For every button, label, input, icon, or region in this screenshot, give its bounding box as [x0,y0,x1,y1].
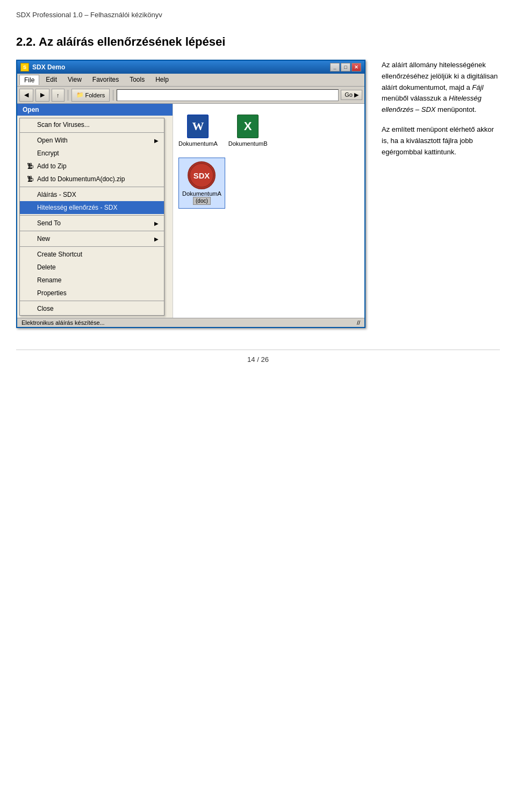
section-title: 2.2. Az aláírás ellenőrzésének lépései [16,35,500,49]
menu-help[interactable]: Help [151,75,173,85]
folders-button[interactable]: 📁 Folders [71,89,110,102]
dokumentumb-label: DokumentumB [228,140,268,147]
ctx-close[interactable]: Close [20,302,164,315]
description-text: Az aláírt állomány hitelességének ellenő… [376,60,500,166]
toolbar-separator-1 [68,90,68,101]
sdx-demo-window: S SDX Demo _ □ ✕ File Edit View Favorite… [16,60,366,328]
properties-icon [25,289,35,297]
ctx-sep-5 [20,246,164,247]
sdx-svg: SDX [189,161,214,189]
file-icon-dokumentumb[interactable]: X DokumentumB [228,115,268,147]
window-titlebar: S SDX Demo _ □ ✕ [17,61,364,74]
ctx-encrypt[interactable]: Encrypt [20,147,164,160]
maximize-button[interactable]: □ [341,63,350,72]
file-icon-dokumentuma[interactable]: W DokumentumA [178,115,218,147]
submenu-arrow-send-to: ▶ [154,220,159,226]
send-icon [25,219,35,227]
up-button[interactable]: ↑ [52,89,64,102]
scan-icon [25,120,35,129]
ctx-add-dokumentuma-zip[interactable]: 🗜 Add to DokumentumA(doc).zip [20,173,164,186]
window-menubar: File Edit View Favorites Tools Help [17,74,364,87]
ctx-sep-1 [20,132,164,133]
folders-icon: 📁 [76,91,84,98]
ctx-hitelesseg-sdx[interactable]: Hitelesség ellenőrzés - SDX [20,201,164,214]
verify-icon [25,203,35,212]
word-icon-img: W [186,115,210,138]
ctx-sep-3 [20,215,164,216]
new-icon [25,234,35,243]
submenu-arrow-new: ▶ [154,236,159,242]
window-statusbar: Elektronikus aláírás készítése... // [17,318,364,327]
encrypt-icon [25,149,35,158]
ctx-scan-viruses[interactable]: Scan for Viruses... [20,118,164,131]
menu-favorites[interactable]: Favorites [88,75,123,85]
sdx-file-sublabel: (doc) [193,197,211,205]
menu-view[interactable]: View [63,75,86,85]
ctx-alaiiras-sdx[interactable]: Aláírás - SDX [20,188,164,201]
sdx-icon: SDX [188,161,216,189]
ctx-properties[interactable]: Properties [20,287,164,300]
ctx-sep-6 [20,301,164,301]
excel-icon-img: X [236,115,260,138]
content-area: S SDX Demo _ □ ✕ File Edit View Favorite… [16,60,500,328]
ctx-sep-2 [20,187,164,187]
forward-button[interactable]: ▶ [35,89,49,102]
submenu-arrow-open-with: ▶ [154,138,159,144]
page-footer: 14 / 26 [16,350,500,364]
minimize-button[interactable]: _ [330,63,340,72]
description-paragraph-2: Az említett menüpont elérhető akkor is, … [382,124,500,158]
word-icon: W [187,115,209,138]
page-header: SDX Professional 1.0 – Felhasználói kézi… [16,11,500,19]
menu-tools[interactable]: Tools [125,75,149,85]
go-button[interactable]: Go ▶ [341,90,362,100]
window-icon: S [20,63,29,72]
ctx-send-to[interactable]: Send To ▶ [20,217,164,230]
ctx-rename[interactable]: Rename [20,274,164,287]
window-toolbar: ◀ ▶ ↑ 📁 Folders Go ▶ [17,87,364,104]
zip2-icon: 🗜 [25,175,35,183]
sdx-file-label: DokumentumA [182,190,221,197]
toolbar-separator-2 [113,90,113,101]
rename-icon [25,276,35,284]
menu-file[interactable]: File [19,75,39,85]
ctx-new[interactable]: New ▶ [20,232,164,245]
statusbar-right: // [357,319,360,326]
zip-icon: 🗜 [25,162,35,170]
excel-icon: X [237,115,259,138]
page-number: 14 / 26 [247,355,269,364]
window-body: Open Scan for Viruses... Ope [17,104,364,318]
shortcut-icon [25,250,35,259]
ctx-add-zip[interactable]: 🗜 Add to Zip [20,160,164,173]
left-panel-header: Open [17,104,173,116]
file-icon-sdx[interactable]: SDX DokumentumA (doc) [178,158,225,209]
back-button[interactable]: ◀ [19,89,33,102]
statusbar-text: Elektronikus aláírás készítése... [22,319,105,326]
context-menu: Scan for Viruses... Open With ▶ [19,118,164,316]
window-title-left: S SDX Demo [20,63,65,72]
dokumentuma-label: DokumentumA [178,140,218,147]
right-panel: W DokumentumA X DokumentumB [173,104,364,318]
left-panel: Open Scan for Viruses... Ope [17,104,173,318]
window-controls: _ □ ✕ [330,63,361,72]
sign-icon [25,190,35,199]
ctx-create-shortcut[interactable]: Create Shortcut [20,248,164,261]
ctx-delete[interactable]: Delete [20,261,164,274]
delete-icon [25,263,35,272]
description-paragraph-1: Az aláírt állomány hitelességének ellenő… [382,60,500,116]
file-icons-row: W DokumentumA X DokumentumB [178,115,268,147]
ctx-open-with[interactable]: Open With ▶ [20,134,164,147]
address-input[interactable] [117,89,339,101]
menu-edit[interactable]: Edit [41,75,61,85]
address-bar-area: Go ▶ [117,89,362,101]
window-title: SDX Demo [32,63,65,71]
open-with-icon [25,136,35,145]
close-ctx-icon [25,304,35,313]
close-button[interactable]: ✕ [352,63,361,72]
svg-text:SDX: SDX [194,172,210,180]
ctx-sep-4 [20,231,164,231]
